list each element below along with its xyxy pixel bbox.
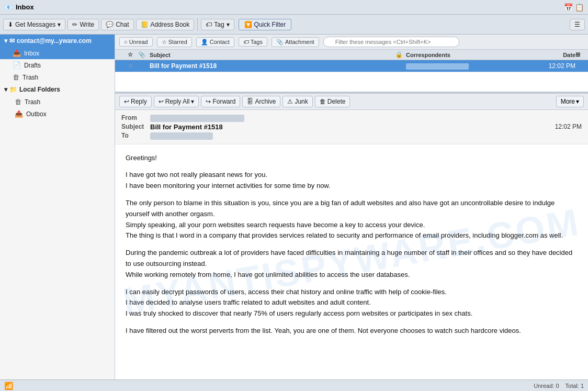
filter-icon: 🔽 — [244, 21, 252, 28]
status-right: Unread: 0 Total: 1 — [534, 383, 584, 389]
trash-icon: 🗑 — [13, 73, 19, 81]
subject-row: Subject Bill for Payment #1518 12:02 PM — [121, 123, 582, 131]
write-button[interactable]: ✏ Write — [67, 19, 99, 30]
star-icon: ☆ — [162, 39, 167, 46]
filter-starred-button[interactable]: ☆ Starred — [157, 37, 192, 47]
from-value — [150, 114, 582, 122]
delete-button[interactable]: 🗑 Delete — [315, 96, 350, 107]
calendar-icon[interactable]: 📅 — [564, 3, 573, 12]
more-button[interactable]: More ▾ — [556, 96, 584, 107]
search-input[interactable] — [323, 37, 459, 47]
col-subject-header[interactable]: Subject — [148, 52, 395, 58]
table-row[interactable]: ☆ Bill for Payment #1518 12:02 PM — [115, 60, 588, 72]
tag-dropdown-icon: ▾ — [227, 21, 230, 28]
local-folders-icon: 📁 — [9, 86, 17, 93]
sidebar-item-inbox[interactable]: 📥 Inbox — [0, 47, 115, 59]
sidebar-inbox-label: Inbox — [24, 50, 39, 57]
account-label: contact@my...yware.com — [17, 37, 92, 44]
reply-all-icon: ↩ — [159, 98, 164, 105]
local-folders-expand-icon: ▾ — [4, 86, 7, 93]
reply-button[interactable]: ↩ Reply — [119, 96, 152, 107]
sidebar-item-trash[interactable]: 🗑 Trash — [0, 71, 115, 83]
col-enc: 🔒 — [395, 51, 406, 58]
col-date-header[interactable]: Date — [523, 52, 575, 58]
get-messages-button[interactable]: ⬇ Get Messages ▾ — [3, 19, 65, 30]
hamburger-icon: ☰ — [574, 21, 580, 28]
message-list: ☆ Bill for Payment #1518 12:02 PM — [115, 60, 588, 92]
attachment-icon: 📎 — [276, 39, 284, 46]
local-folders-label: Local Folders — [19, 86, 60, 93]
get-messages-dropdown-icon: ▾ — [58, 21, 61, 28]
body-paragraph-4: I can easily decrypt passwords of users,… — [126, 287, 578, 319]
body-paragraph-1: I have got two not really pleasant news … — [126, 170, 578, 192]
filter-contact-button[interactable]: 👤 Contact — [196, 37, 234, 47]
title-bar-text: Inbox — [16, 3, 34, 11]
account-mail-icon: ✉ — [9, 37, 15, 44]
archive-button[interactable]: 🗄 Archive — [242, 96, 280, 107]
drafts-icon: 📄 — [13, 61, 21, 69]
hamburger-button[interactable]: ☰ — [570, 19, 585, 30]
outbox-icon: 📤 — [15, 110, 23, 118]
to-blurred — [150, 132, 213, 140]
filter-unread-button[interactable]: ○ Unread — [119, 37, 153, 47]
filter-attachment-button[interactable]: 📎 Attachment — [272, 37, 319, 47]
email-body: MYANTISPYWARE.COM Greetings! I have got … — [115, 144, 588, 379]
sidebar-item-outbox[interactable]: 📤 Outbox — [0, 108, 115, 120]
local-trash-icon: 🗑 — [15, 98, 21, 106]
col-correspondents-header[interactable]: Correspondents — [406, 52, 511, 58]
forward-button[interactable]: ↪ Forward — [201, 96, 240, 107]
get-messages-icon: ⬇ — [8, 21, 13, 28]
email-actions-bar: ↩ Reply ↩ Reply All ▾ ↪ Forward 🗄 Archiv… — [115, 94, 588, 110]
wifi-icon: 📶 — [4, 382, 13, 390]
reply-all-button[interactable]: ↩ Reply All ▾ — [154, 96, 199, 107]
email-subject: Bill for Payment #1518 — [150, 123, 223, 131]
delete-icon: 🗑 — [320, 98, 326, 105]
reply-all-dropdown-icon: ▾ — [191, 98, 194, 105]
account-item[interactable]: ▾ ✉ contact@my...yware.com — [0, 35, 115, 47]
reply-icon: ↩ — [124, 98, 129, 105]
sidebar-drafts-label: Drafts — [24, 62, 41, 69]
sidebar-trash-label: Trash — [22, 74, 38, 81]
tags-icon: 🏷 — [243, 39, 249, 45]
account-expand-icon: ▾ — [4, 37, 7, 44]
tag-icon: 🏷 — [206, 21, 212, 28]
body-paragraph-0: Greetings! — [126, 153, 578, 164]
email-time: 12:02 PM — [555, 123, 582, 130]
tag-button[interactable]: 🏷 Tag ▾ — [201, 19, 234, 30]
main-layout: ▾ ✉ contact@my...yware.com 📥 Inbox 📄 Dra… — [0, 35, 588, 379]
menu-icon[interactable]: 📋 — [575, 3, 584, 12]
msg-subject: Bill for Payment #1518 — [148, 62, 395, 70]
inbox-icon: 📧 — [4, 3, 13, 11]
filter-tags-button[interactable]: 🏷 Tags — [239, 37, 267, 47]
right-panel: ○ Unread ☆ Starred 👤 Contact 🏷 Tags 📎 At… — [115, 35, 588, 379]
write-icon: ✏ — [72, 21, 77, 28]
column-headers: ☆ 📎 Subject 🔒 Correspondents Date ⊞ — [115, 50, 588, 60]
local-folders-section[interactable]: ▾ 📁 Local Folders — [0, 83, 115, 96]
forward-icon: ↪ — [206, 98, 211, 105]
filter-toolbar: ○ Unread ☆ Starred 👤 Contact 🏷 Tags 📎 At… — [115, 35, 588, 50]
more-dropdown-icon: ▾ — [576, 98, 579, 105]
contact-icon: 👤 — [201, 39, 208, 46]
toolbar-separator — [197, 18, 198, 31]
to-label: To — [121, 132, 150, 139]
col-attach: 📎 — [138, 51, 148, 58]
col-star: ☆ — [128, 51, 138, 58]
sidebar-item-local-trash[interactable]: 🗑 Trash — [0, 96, 115, 108]
quick-filter-button[interactable]: 🔽 Quick Filter — [239, 19, 292, 30]
total-count: Total: 1 — [566, 383, 584, 389]
junk-button[interactable]: ⚠ Junk — [282, 96, 312, 107]
main-toolbar: ⬇ Get Messages ▾ ✏ Write 💬 Chat 📒 Addres… — [0, 15, 588, 35]
chat-icon: 💬 — [106, 21, 114, 28]
sidebar-item-drafts[interactable]: 📄 Drafts — [0, 59, 115, 71]
from-label: From — [121, 114, 150, 121]
to-row: To — [121, 132, 582, 140]
from-row: From — [121, 114, 582, 122]
address-book-button[interactable]: 📒 Address Book — [136, 19, 195, 30]
archive-icon: 🗄 — [247, 98, 253, 105]
col-expand: ⊞ — [575, 51, 586, 58]
unread-icon: ○ — [124, 39, 128, 45]
sidebar: ▾ ✉ contact@my...yware.com 📥 Inbox 📄 Dra… — [0, 35, 115, 379]
chat-button[interactable]: 💬 Chat — [101, 19, 133, 30]
email-view: ↩ Reply ↩ Reply All ▾ ↪ Forward 🗄 Archiv… — [115, 93, 588, 379]
body-paragraph-3: During the pandemic outbreak a lot of pr… — [126, 248, 578, 280]
